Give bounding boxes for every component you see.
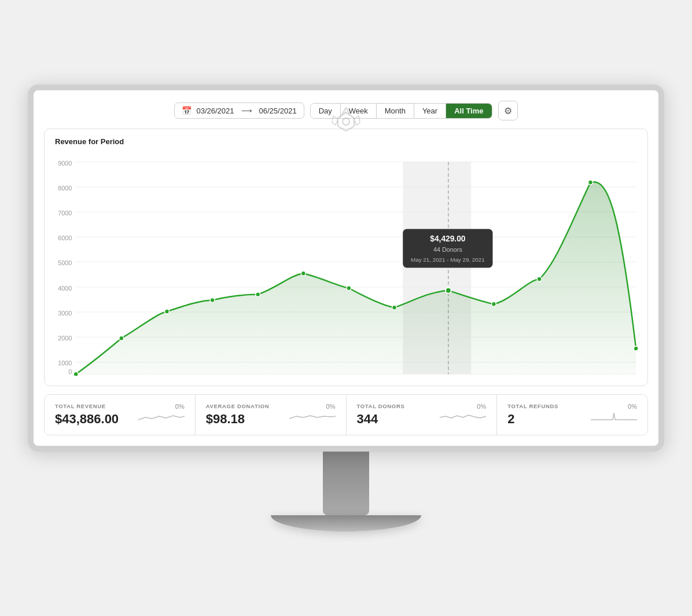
stat-sparkline-total-donors bbox=[440, 408, 486, 427]
date-to: 06/25/2021 bbox=[259, 107, 297, 115]
svg-marker-55 bbox=[354, 116, 360, 125]
svg-point-33 bbox=[588, 181, 593, 185]
svg-point-23 bbox=[119, 336, 124, 341]
svg-point-30 bbox=[446, 288, 451, 294]
period-btn-year[interactable]: Year bbox=[414, 104, 446, 118]
svg-point-22 bbox=[73, 372, 78, 377]
svg-point-24 bbox=[165, 310, 170, 314]
date-arrow: ⟶ bbox=[241, 107, 252, 115]
stat-card-total-donors: TOTAL DONORS 0% 344 bbox=[347, 395, 498, 435]
period-btn-alltime[interactable]: All Time bbox=[446, 104, 491, 118]
chart-container: Revenue for Period 9000 8000 7000 6000 5… bbox=[44, 129, 648, 386]
monitor-wrapper: 📅 03/26/2021 ⟶ 06/25/2021 Day Week Month… bbox=[28, 85, 664, 531]
monitor-screen: 📅 03/26/2021 ⟶ 06/25/2021 Day Week Month… bbox=[28, 85, 664, 451]
svg-text:2000: 2000 bbox=[58, 335, 72, 342]
monitor-stand-base bbox=[271, 515, 421, 531]
svg-text:$4,429.00: $4,429.00 bbox=[430, 235, 466, 244]
svg-point-25 bbox=[210, 298, 215, 303]
svg-text:4000: 4000 bbox=[58, 285, 72, 292]
svg-point-31 bbox=[492, 302, 496, 307]
svg-text:8000: 8000 bbox=[58, 185, 72, 192]
svg-text:7000: 7000 bbox=[58, 210, 72, 217]
calendar-icon: 📅 bbox=[182, 106, 192, 115]
settings-icon: ⚙ bbox=[504, 105, 512, 116]
svg-point-29 bbox=[392, 306, 397, 310]
stat-sparkline-total-revenue bbox=[138, 408, 185, 427]
svg-text:9000: 9000 bbox=[58, 160, 72, 167]
stats-row: TOTAL REVENUE 0% $43,886.00 AVERAGE DONA… bbox=[44, 394, 648, 435]
svg-point-34 bbox=[634, 346, 638, 351]
period-btn-month[interactable]: Month bbox=[377, 104, 414, 118]
svg-text:6000: 6000 bbox=[58, 235, 72, 242]
svg-text:0: 0 bbox=[68, 369, 72, 376]
date-from: 03/26/2021 bbox=[196, 107, 234, 115]
svg-point-28 bbox=[347, 286, 351, 291]
chart-svg-wrap: 9000 8000 7000 6000 5000 4000 3000 2000 … bbox=[50, 149, 642, 379]
stat-sparkline-avg-donation bbox=[289, 408, 336, 427]
monitor-stand-neck bbox=[323, 452, 369, 515]
svg-text:May 21, 2021 - May 29, 2021: May 21, 2021 - May 29, 2021 bbox=[411, 256, 485, 263]
svg-marker-56 bbox=[332, 116, 338, 125]
svg-text:1000: 1000 bbox=[58, 360, 72, 367]
stat-sparkline-total-refunds bbox=[591, 408, 637, 427]
chart-title: Revenue for Period bbox=[50, 137, 642, 146]
svg-text:3000: 3000 bbox=[58, 310, 72, 317]
stat-card-avg-donation: AVERAGE DONATION 0% $98.18 bbox=[196, 395, 347, 435]
settings-button[interactable]: ⚙ bbox=[498, 101, 518, 120]
revenue-chart-svg: 9000 8000 7000 6000 5000 4000 3000 2000 … bbox=[50, 149, 642, 377]
stat-card-total-revenue: TOTAL REVENUE 0% $43,886.00 bbox=[45, 395, 196, 435]
svg-marker-53 bbox=[338, 112, 354, 131]
svg-point-54 bbox=[343, 118, 349, 125]
svg-point-32 bbox=[537, 277, 542, 282]
date-range-picker[interactable]: 📅 03/26/2021 ⟶ 06/25/2021 bbox=[174, 102, 304, 119]
monitor-logo bbox=[329, 102, 363, 137]
svg-point-27 bbox=[301, 272, 305, 276]
svg-text:5000: 5000 bbox=[58, 260, 72, 267]
svg-text:44 Donors: 44 Donors bbox=[433, 246, 462, 253]
svg-point-26 bbox=[256, 292, 260, 297]
stat-card-total-refunds: TOTAL REFUNDS 0% 2 bbox=[497, 395, 647, 435]
